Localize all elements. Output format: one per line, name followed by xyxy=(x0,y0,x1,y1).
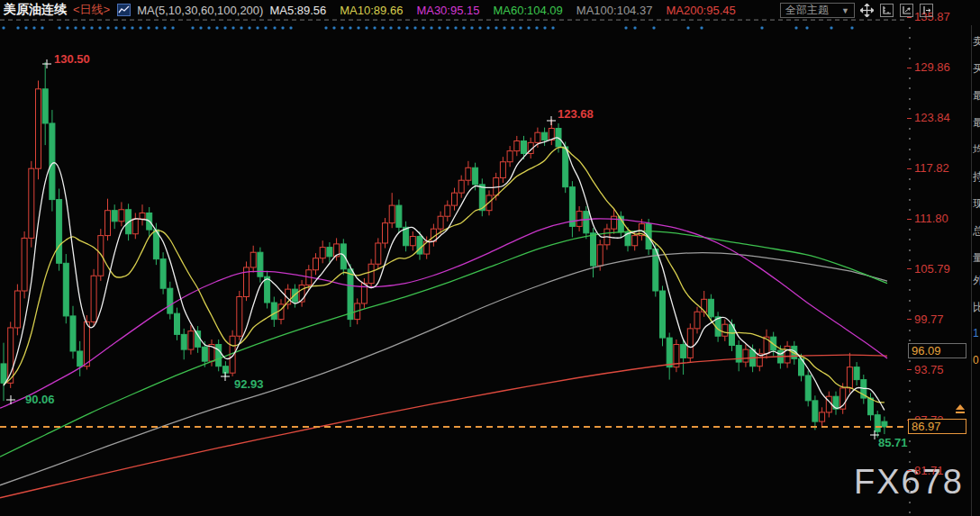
quote-panel-label: 比 xyxy=(973,300,980,315)
quote-panel-label: 最 xyxy=(973,115,980,131)
ma-value: MA200:95.45 xyxy=(666,4,735,17)
ma-formula: MA(5,10,30,60,100,200) xyxy=(137,4,263,17)
svg-text:92.93: 92.93 xyxy=(234,377,264,391)
quote-panel-label: 0 xyxy=(973,354,979,367)
period-tag: <日线> xyxy=(73,2,110,18)
ma-value: MA5:89.56 xyxy=(269,4,326,17)
blue-dot-row xyxy=(3,27,854,30)
axis-arrow-icon[interactable] xyxy=(900,4,914,18)
price-annotation: 130.50 xyxy=(42,52,90,68)
chart-toolbar: 全部主题 ▼ xyxy=(780,3,934,18)
ma30-line xyxy=(0,219,887,408)
move-cross-icon[interactable] xyxy=(860,4,875,18)
svg-text:90.06: 90.06 xyxy=(25,393,55,406)
chart-header: 美原油连续 <日线> MA(5,10,30,60,100,200) MA5:89… xyxy=(4,2,736,18)
svg-text:123.68: 123.68 xyxy=(558,107,594,121)
quote-panel-label: 均 xyxy=(973,142,980,158)
candles xyxy=(1,62,887,438)
ma-value: MA100:104.37 xyxy=(576,4,653,17)
symbol-name: 美原油连续 xyxy=(4,2,67,18)
axis-scale-icon[interactable] xyxy=(880,4,894,18)
ma60-line xyxy=(0,231,887,457)
price-annotation: 123.68 xyxy=(547,107,594,125)
svg-text:130.50: 130.50 xyxy=(54,52,90,66)
quote-panel-label: 现 xyxy=(973,196,980,212)
line-chart-icon[interactable] xyxy=(116,3,131,17)
svg-text:85.71: 85.71 xyxy=(878,436,908,449)
watermark: FX678 xyxy=(854,463,964,502)
ma-values: MA5:89.56MA10:89.66MA30:95.15MA60:104.09… xyxy=(269,4,735,17)
ma-value: MA30:95.15 xyxy=(416,4,479,17)
price-annotation: 92.93 xyxy=(221,372,264,391)
clipped-quote-panel: 卖买最最均持现总量外比10 xyxy=(973,0,980,516)
theme-dropdown[interactable]: 全部主题 ▼ xyxy=(780,3,855,18)
pan-right-icon[interactable] xyxy=(920,4,934,18)
price-annotation: 85.71 xyxy=(870,430,908,449)
candlestick-chart[interactable]: 130.50123.6892.9390.0685.71 xyxy=(0,0,980,516)
ma-value: MA10:89.66 xyxy=(340,4,403,17)
quote-panel-label: 卖 xyxy=(973,34,980,50)
quote-panel-label: 量 xyxy=(973,250,980,266)
ma100-line xyxy=(0,253,887,485)
panel-divider xyxy=(971,25,972,516)
quote-panel-label: 买 xyxy=(973,61,980,77)
ma-value: MA60:104.09 xyxy=(494,4,563,17)
quote-panel-label: 1 xyxy=(973,327,979,339)
theme-dropdown-label: 全部主题 xyxy=(785,3,829,18)
price-annotation: 90.06 xyxy=(6,393,55,406)
quote-panel-label: 最 xyxy=(973,88,980,104)
quote-panel-label: 持 xyxy=(973,169,980,185)
quote-panel-label: 总 xyxy=(973,223,980,239)
quote-panel-label: 外 xyxy=(973,273,980,288)
chevron-down-icon: ▼ xyxy=(841,6,849,15)
